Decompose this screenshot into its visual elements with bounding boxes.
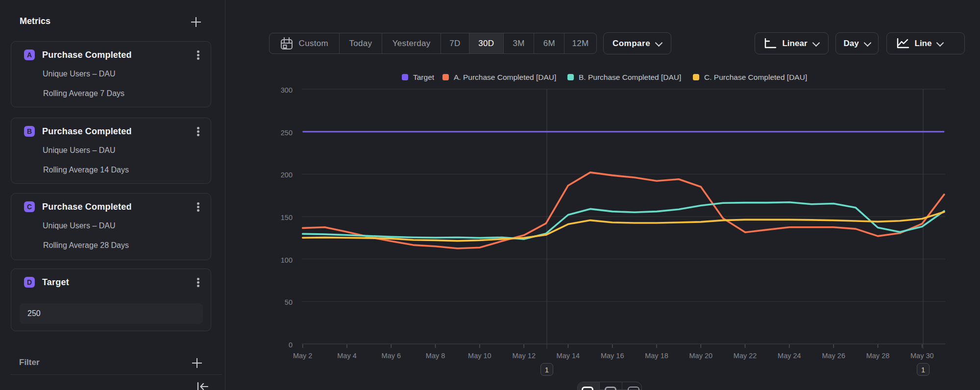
svg-text:50: 50 — [285, 298, 293, 306]
svg-text:May 12: May 12 — [512, 352, 536, 360]
svg-text:100: 100 — [281, 256, 293, 264]
svg-text:May 14: May 14 — [557, 352, 580, 360]
svg-text:May 8: May 8 — [426, 352, 445, 360]
svg-text:May 26: May 26 — [822, 352, 845, 360]
svg-text:250: 250 — [281, 129, 293, 137]
svg-text:May 30: May 30 — [910, 352, 934, 360]
svg-text:May 2: May 2 — [293, 352, 313, 360]
svg-text:May 28: May 28 — [866, 352, 890, 360]
svg-text:May 4: May 4 — [337, 352, 357, 360]
svg-text:0: 0 — [289, 341, 293, 349]
svg-text:300: 300 — [281, 86, 293, 94]
svg-text:150: 150 — [281, 214, 293, 221]
svg-text:May 24: May 24 — [778, 352, 801, 360]
svg-text:May 6: May 6 — [382, 352, 401, 360]
svg-text:May 16: May 16 — [601, 352, 624, 360]
svg-text:May 20: May 20 — [689, 352, 713, 360]
svg-text:May 18: May 18 — [645, 352, 668, 360]
svg-text:200: 200 — [281, 171, 293, 179]
svg-text:May 22: May 22 — [734, 352, 757, 360]
svg-text:May 10: May 10 — [468, 352, 491, 360]
